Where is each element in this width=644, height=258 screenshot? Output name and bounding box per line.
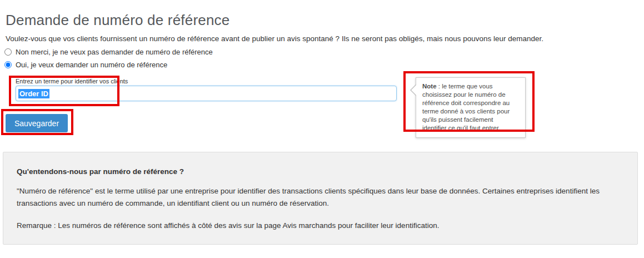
info-panel: Qu'entendons-nous par numéro de référenc… [3, 152, 638, 245]
reference-term-label: Entrez un terme pour identifier vos clie… [16, 78, 128, 85]
reference-term-selected-value: Order ID [18, 89, 49, 98]
reference-number-settings-page: Demande de numéro de référence Voulez-vo… [0, 0, 644, 258]
note-tooltip: Note : le terme que vous choisissez pour… [416, 77, 526, 138]
reference-number-radio-group: Non merci, je ne veux pas demander de nu… [4, 48, 213, 73]
info-panel-paragraph-1: "Numéro de référence" est le terme utili… [17, 185, 624, 209]
reference-term-input[interactable]: Order ID [16, 86, 397, 101]
save-button[interactable]: Sauvegarder [6, 114, 68, 132]
tooltip-arrow-icon-fill [411, 85, 416, 95]
radio-option-no[interactable]: Non merci, je ne veux pas demander de nu… [4, 48, 213, 56]
info-panel-heading: Qu'entendons-nous par numéro de référenc… [17, 167, 624, 176]
radio-no-input[interactable] [4, 48, 12, 56]
radio-option-yes[interactable]: Oui, je veux demander un numéro de référ… [4, 61, 213, 69]
intro-text: Voulez-vous que vos clients fournissent … [6, 34, 628, 43]
info-panel-paragraph-2: Remarque : Les numéros de référence sont… [17, 220, 624, 232]
tooltip-note-body: : le terme que vous choisissez pour le n… [422, 83, 510, 131]
tooltip-note-label: Note [422, 83, 437, 90]
radio-yes-label: Oui, je veux demander un numéro de référ… [16, 61, 167, 69]
radio-no-label: Non merci, je ne veux pas demander de nu… [16, 48, 213, 56]
page-title: Demande de numéro de référence [6, 12, 229, 29]
radio-yes-input[interactable] [4, 61, 12, 68]
